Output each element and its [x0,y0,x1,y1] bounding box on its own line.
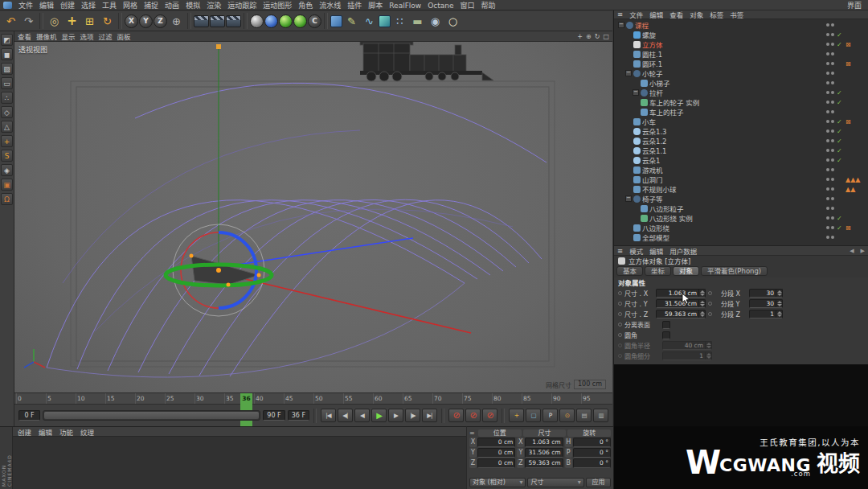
visibility-dots[interactable] [826,120,834,123]
menu-item[interactable]: 角色 [295,2,316,10]
material-menu-item[interactable]: 纹理 [80,427,94,437]
zoom-view-icon[interactable]: ⊕ [586,33,592,40]
start-frame-field[interactable]: 0 F [18,410,40,421]
spline-tool[interactable]: ∿ [361,13,378,30]
object-name[interactable]: 全部模型 [642,232,825,242]
menu-item[interactable]: 窗口 [457,2,478,10]
end-frame-field[interactable]: 90 F [263,410,285,421]
object-row[interactable]: 云朵1 ✓ [614,155,868,165]
visibility-dots[interactable] [826,110,834,113]
object-row[interactable]: 小车 ✓ ⊠ [614,117,868,126]
menu-item[interactable]: 流水线 [316,2,344,10]
toolbar-separator[interactable] [187,13,191,29]
view-label[interactable]: 透视视图 [18,44,47,55]
attribute-tab[interactable]: 对象 [673,266,699,276]
coord-rotation-field[interactable]: 0 ° [573,448,611,458]
coord-size-field[interactable]: 31.506 cm [525,448,563,458]
toolbar-separator[interactable] [39,13,43,29]
floor-object-button[interactable]: ▬ [409,13,426,30]
power-slider[interactable] [43,410,260,421]
anim-dot-icon[interactable] [708,291,712,295]
add-cube-button[interactable] [330,15,342,27]
visibility-dots[interactable] [826,33,834,36]
menu-item[interactable]: 帮助 [478,2,499,10]
object-tag-icons[interactable]: ⊠ [845,224,866,232]
coord-mode-dropdown[interactable]: 对象 (相对)▾ [469,478,526,487]
visibility-dots[interactable] [826,72,834,75]
object-name[interactable]: 云朵1.1 [642,146,825,155]
object-row[interactable]: − 小轮子 [614,68,868,78]
stepper-icon[interactable] [698,290,705,297]
model-mode-icon[interactable]: ◼ [1,48,13,60]
object-name[interactable]: 小车 [642,117,825,126]
stepper-icon[interactable] [776,300,782,307]
toolbar-separator[interactable] [118,13,122,29]
coord-size-dropdown[interactable]: 尺寸▾ [527,478,583,487]
object-row[interactable]: 云朵1.3 ✓ [614,126,868,136]
render-picture-viewer-button[interactable] [210,15,225,27]
size-field[interactable]: 31.506 cm [656,299,706,308]
visibility-dots[interactable] [826,43,834,46]
object-row[interactable]: 全部模型 [614,232,868,242]
pan-view-icon[interactable]: + [577,33,583,40]
keyframe-scale-toggle[interactable]: ▢ [526,409,541,422]
object-row[interactable]: 云朵1.1 ✓ [614,146,868,155]
object-name[interactable]: 小轮子 [642,68,825,78]
visibility-dots[interactable] [826,158,834,162]
attribute-tab[interactable]: 基本 [616,266,643,276]
attr-mode-tab[interactable]: 模式 [629,246,643,256]
material-list[interactable] [13,437,466,489]
menu-item[interactable]: 动画 [162,2,182,10]
attr-back-icon[interactable]: ◀ [850,248,854,254]
viewport-menu-item[interactable]: 显示 [62,33,80,41]
goto-end-button[interactable]: ▶| [422,409,437,422]
attr-mode-tab[interactable]: 用户数据 [669,246,697,256]
segments-field[interactable]: 30 [749,289,783,298]
coord-position-field[interactable]: 0 cm [477,458,515,468]
enable-check-icon[interactable]: ✓ [837,215,844,222]
anim-dot-icon[interactable] [708,302,712,306]
enable-check-icon[interactable]: ✓ [837,31,844,39]
expander-icon[interactable]: − [618,22,624,28]
visibility-dots[interactable] [826,91,834,94]
coord-position-field[interactable]: 0 cm [477,438,515,447]
object-name[interactable]: 八边形粒子 [649,203,825,213]
coord-size-field[interactable]: 1.063 cm [525,438,563,447]
enable-snap-icon[interactable]: S [1,150,13,162]
menu-item[interactable]: 运动图形 [260,2,295,10]
record-options-button[interactable]: ⊘ [482,409,497,422]
object-name[interactable]: 车上的柱子 [649,107,825,117]
timeline-ruler[interactable]: 05101520253035404550556065707580859095 [14,392,612,404]
menu-item[interactable]: 创建 [57,2,78,10]
object-tag-icons[interactable]: ▲▲▲ [845,176,866,183]
render-view-button[interactable] [194,15,209,27]
viewport-menu-item[interactable]: 面板 [117,33,136,41]
object-name[interactable]: 椅子等 [642,194,825,203]
checkbox[interactable] [662,321,670,329]
anim-dot-icon[interactable] [618,333,622,337]
anim-dot-icon[interactable] [618,323,622,327]
play-button[interactable]: ▶ [371,409,387,422]
attr-mode-tab[interactable]: 编辑 [649,246,663,256]
redo-button[interactable]: ↷ [20,13,37,30]
expander-icon[interactable]: − [625,195,632,202]
visibility-dots[interactable] [826,216,834,220]
visibility-dots[interactable] [826,226,834,229]
om-menu-item[interactable]: 查看 [669,10,683,19]
apply-button[interactable]: 应用 [586,478,611,487]
render-settings-button[interactable] [226,15,241,27]
segments-field[interactable]: 1 [749,310,783,318]
object-tag-icons[interactable]: ⊠ [845,118,866,125]
keyframe-position-toggle[interactable]: + [509,409,524,422]
coord-rotation-field[interactable]: 0 ° [573,458,611,468]
coord-rotation-field[interactable]: 0 ° [573,438,611,447]
lock-icon[interactable]: ▣ [1,179,13,191]
om-menu-item[interactable]: 书签 [730,10,743,19]
object-name[interactable]: 车上的轮子 实例 [649,97,825,107]
material-menu-item[interactable]: 功能 [59,427,73,437]
visibility-dots[interactable] [826,23,834,27]
toolbar-separator[interactable] [244,13,248,29]
scale-tool[interactable]: ⊞ [81,13,98,30]
anim-dot-icon[interactable] [618,312,622,316]
object-row[interactable]: 山洞门 ▲▲▲ [614,175,868,184]
